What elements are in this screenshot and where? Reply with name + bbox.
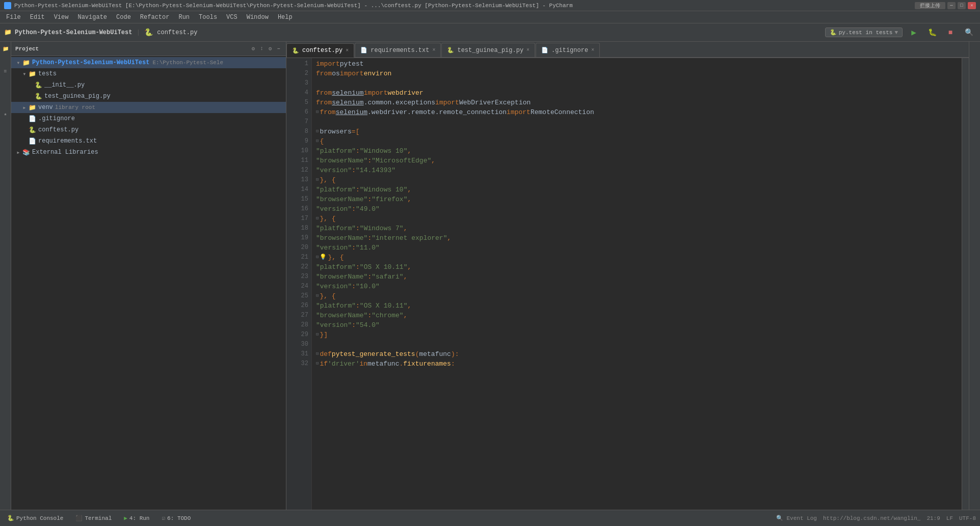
menu-run[interactable]: Run [174, 13, 194, 22]
panel-header-actions: ⚙ ↕ ⚙ – [250, 45, 282, 52]
event-log-btn[interactable]: 🔍 Event Log [776, 515, 817, 521]
sidebar-structure-icon[interactable]: ≡ [1, 66, 11, 76]
code-line-20: "version": "11.0" [316, 243, 962, 253]
line-num-16: 16 [286, 204, 308, 214]
init-label: __init__.py [44, 81, 85, 89]
tab-gitignore-close[interactable]: × [591, 47, 594, 53]
debug-button[interactable]: 🐛 [925, 26, 939, 39]
python-console-btn[interactable]: 🐍 Python Console [4, 514, 66, 522]
sidebar-favorites-icon[interactable]: ★ [1, 109, 11, 119]
sidebar-project-icon[interactable]: 📁 [1, 44, 11, 54]
line-num-24: 24 [286, 282, 308, 291]
menu-tools[interactable]: Tools [195, 13, 221, 22]
line-num-30: 30 [286, 340, 308, 349]
root-arrow-icon: ▼ [15, 60, 21, 66]
menu-help[interactable]: Help [274, 13, 297, 22]
code-line-10: "platform": "Windows 10", [316, 146, 962, 156]
tab-requirements-close[interactable]: × [432, 47, 435, 53]
gitignore-placeholder [21, 116, 28, 122]
tab-gitignore[interactable]: 📄 .gitignore × [536, 43, 600, 57]
toolbar-project: 📁 Python-Pytest-Selenium-WebUiTest [4, 29, 132, 36]
status-charset: UTF-8 [959, 515, 976, 521]
root-path: E:\Python-Pytest-Sele [152, 60, 223, 66]
requirements-placeholder [21, 138, 28, 144]
menu-edit[interactable]: Edit [26, 13, 49, 22]
tab-conftest-close[interactable]: × [346, 48, 349, 53]
line-num-8: 8 [286, 127, 308, 136]
conftest-label: conftest.py [38, 126, 78, 133]
app-icon [4, 2, 11, 9]
menu-window[interactable]: Window [243, 13, 273, 22]
menu-navigate[interactable]: Navigate [73, 13, 111, 22]
ext-libs-icon: 📚 [22, 149, 30, 156]
venv-arrow-icon: ▶ [21, 104, 28, 110]
connect-button[interactable]: 拦接上传 [915, 2, 945, 9]
run-config-dropdown-icon[interactable]: ▼ [894, 30, 898, 36]
code-line-13: ⊟ }, { [316, 175, 962, 185]
code-line-2: from os import environ [316, 69, 962, 78]
tree-ext-libs[interactable]: ▶ 📚 External Libraries [11, 147, 286, 158]
code-line-1: import pytest [316, 59, 962, 69]
tree-test-guinea[interactable]: 🐍 test_guinea_pig.py [11, 91, 286, 102]
menu-view[interactable]: View [50, 13, 73, 22]
panel-settings-btn[interactable]: ⚙ [250, 45, 257, 52]
todo-btn[interactable]: ☑ 6: TODO [158, 514, 194, 522]
stop-button[interactable]: ■ [943, 26, 958, 39]
search-button[interactable]: 🔍 [962, 26, 976, 39]
tab-conftest-icon: 🐍 [292, 47, 299, 54]
conftest-placeholder [21, 127, 28, 133]
menu-refactor[interactable]: Refactor [136, 13, 174, 22]
gitignore-label: .gitignore [38, 115, 75, 122]
tab-test-guinea-icon: 🐍 [447, 47, 454, 53]
run-btn[interactable]: ▶ 4: Run [121, 514, 152, 522]
tree-init[interactable]: 🐍 __init__.py [11, 79, 286, 91]
line-num-26: 26 [286, 301, 308, 311]
tree-conftest[interactable]: 🐍 conftest.py [11, 124, 286, 135]
project-icon: 📁 [4, 29, 12, 36]
line-num-20: 20 [286, 243, 308, 253]
close-button[interactable]: ✕ [968, 2, 976, 9]
line-num-12: 12 [286, 165, 308, 175]
bottom-bar: 🐍 Python Console ⬛ Terminal ▶ 4: Run ☑ 6… [0, 510, 980, 526]
venv-lib-label: library root [55, 104, 95, 110]
tree-tests[interactable]: ▼ 📁 tests [11, 68, 286, 79]
tab-test-guinea[interactable]: 🐍 test_guinea_pig.py × [441, 43, 535, 57]
code-line-22: "platform": "OS X 10.11", [316, 262, 962, 272]
window-controls: 拦接上传 ─ □ ✕ [915, 2, 976, 9]
code-line-31: ⊟def pytest_generate_tests(metafunc): [316, 349, 962, 359]
root-folder-icon: 📁 [22, 59, 30, 67]
toolbar: 📁 Python-Pytest-Selenium-WebUiTest | 🐍 c… [0, 23, 980, 42]
code-line-24: "version": "10.0" [316, 282, 962, 291]
maximize-button[interactable]: □ [958, 2, 966, 9]
status-website: http://blog.csdn.net/wanglin_ [823, 515, 920, 521]
line-num-4: 4 [286, 88, 308, 98]
tree-requirements[interactable]: 📄 requirements.txt [11, 135, 286, 147]
project-panel-header: Project ⚙ ↕ ⚙ – [11, 42, 286, 56]
code-line-16: "version": "49.0" [316, 204, 962, 214]
terminal-btn[interactable]: ⬛ Terminal [72, 514, 115, 522]
editor-scrollbar[interactable] [962, 58, 969, 510]
tree-root[interactable]: ▼ 📁 Python-Pytest-Selenium-WebUiTest E:\… [11, 57, 286, 68]
tab-conftest[interactable]: 🐍 conftest.py × [286, 43, 354, 58]
panel-config-btn[interactable]: ⚙ [267, 45, 274, 52]
panel-collapse-btn[interactable]: – [275, 45, 282, 52]
code-line-32: ⊟ if 'driver' in metafunc.fixturenames: [316, 359, 962, 369]
tree-gitignore[interactable]: 📄 .gitignore [11, 113, 286, 124]
menu-vcs[interactable]: VCS [222, 13, 242, 22]
run-config[interactable]: 🐍 py.test in tests ▼ [825, 27, 903, 37]
tab-requirements-icon: 📄 [360, 47, 367, 53]
tab-requirements[interactable]: 📄 requirements.txt × [355, 43, 441, 57]
panel-sync-btn[interactable]: ↕ [258, 45, 265, 52]
menu-file[interactable]: File [2, 13, 25, 22]
tab-test-guinea-close[interactable]: × [526, 47, 529, 53]
line-num-28: 28 [286, 320, 308, 330]
line-num-21: 21 [286, 253, 308, 262]
code-line-5: from selenium.common.exceptions import W… [316, 98, 962, 107]
menu-code[interactable]: Code [112, 13, 135, 22]
code-body[interactable]: import pytest from os import environ fro… [312, 58, 962, 510]
tab-requirements-label: requirements.txt [370, 47, 429, 54]
tree-venv[interactable]: ▶ 📁 venv library root [11, 102, 286, 113]
test-guinea-placeholder [28, 93, 34, 99]
run-button[interactable]: ▶ [907, 26, 921, 39]
minimize-button[interactable]: ─ [947, 2, 956, 9]
